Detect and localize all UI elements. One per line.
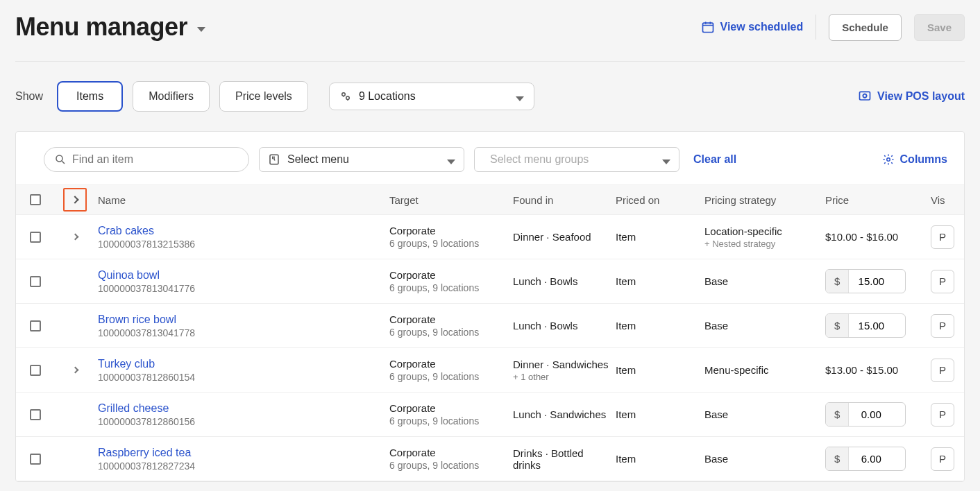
visibility-button[interactable]: P	[931, 447, 954, 471]
pricing-strategy: Base	[704, 453, 820, 465]
priced-on: Item	[613, 408, 702, 420]
target-sub: 6 groups, 9 locations	[389, 371, 507, 382]
items-card: Select menu Select menu groups Clear all…	[15, 131, 965, 482]
row-checkbox[interactable]	[30, 276, 41, 287]
select-all-checkbox[interactable]	[30, 194, 41, 205]
price-input-wrap: $	[825, 447, 906, 471]
locations-select[interactable]: 9 Locations	[329, 83, 534, 110]
col-name: Name	[95, 194, 387, 206]
pricing-strategy: Base	[704, 320, 820, 331]
row-checkbox[interactable]	[30, 365, 41, 376]
location-pin-icon	[339, 90, 352, 103]
svg-point-4	[863, 94, 867, 98]
item-name-link[interactable]: Raspberry iced tea	[98, 447, 384, 459]
priced-on: Item	[613, 231, 702, 243]
visibility-button[interactable]: P	[931, 270, 954, 293]
price-input[interactable]	[849, 270, 893, 293]
price-input[interactable]	[849, 447, 893, 470]
tab-price-levels[interactable]: Price levels	[219, 81, 308, 112]
tab-modifiers[interactable]: Modifiers	[133, 81, 210, 112]
page-title: Menu manager	[15, 12, 187, 42]
caret-down-icon	[447, 160, 455, 164]
page-title-dropdown[interactable]: Menu manager	[15, 12, 205, 42]
chevron-right-icon[interactable]	[71, 234, 78, 241]
columns-label: Columns	[900, 153, 947, 166]
view-pos-button[interactable]: View POS layout	[858, 89, 965, 103]
row-checkbox[interactable]	[30, 454, 41, 465]
row-checkbox[interactable]	[30, 232, 41, 243]
table-row: Brown rice bowl100000037813041778Corpora…	[16, 304, 964, 348]
pricing-strategy: Base	[704, 275, 820, 287]
target-sub: 6 groups, 9 locations	[389, 415, 507, 427]
strategy-sub: + Nested strategy	[704, 239, 820, 249]
chevron-right-icon[interactable]	[71, 367, 78, 374]
row-checkbox[interactable]	[30, 409, 41, 420]
price-input-wrap: $	[825, 402, 906, 427]
item-id: 100000037813215386	[98, 239, 384, 250]
visibility-button[interactable]: P	[931, 403, 954, 427]
table-header: Name Target Found in Priced on Pricing s…	[16, 184, 964, 215]
expand-all-toggle[interactable]	[63, 188, 87, 212]
priced-on: Item	[613, 453, 702, 465]
item-name-link[interactable]: Turkey club	[98, 358, 384, 370]
target: Corporate	[389, 225, 507, 236]
pricing-strategy: Menu-specific	[704, 364, 820, 376]
view-pos-label: View POS layout	[877, 90, 965, 103]
col-visibility: Vis	[928, 194, 956, 206]
currency-prefix: $	[826, 270, 849, 293]
tab-items[interactable]: Items	[57, 81, 123, 112]
select-menu[interactable]: Select menu	[259, 147, 464, 172]
svg-point-2	[346, 96, 350, 100]
columns-button[interactable]: Columns	[882, 153, 947, 166]
item-id: 100000037812860154	[98, 372, 384, 383]
visibility-button[interactable]: P	[931, 225, 954, 249]
svg-rect-3	[860, 92, 870, 100]
price-input[interactable]	[849, 403, 893, 426]
item-id: 100000037812827234	[98, 460, 384, 472]
target: Corporate	[389, 313, 507, 325]
col-found: Found in	[510, 194, 613, 206]
svg-point-7	[886, 158, 890, 162]
priced-on: Item	[613, 275, 702, 287]
found-in: Lunch · Bowls	[513, 275, 610, 287]
item-name-link[interactable]: Brown rice bowl	[98, 313, 384, 326]
select-menu-groups[interactable]: Select menu groups	[474, 147, 679, 172]
search-wrap	[44, 147, 249, 172]
gear-icon	[882, 153, 895, 166]
view-scheduled-button[interactable]: View scheduled	[701, 20, 804, 34]
pricing-strategy: Base	[704, 408, 820, 420]
row-checkbox[interactable]	[30, 320, 41, 331]
target-sub: 6 groups, 9 locations	[389, 282, 507, 293]
price-input-wrap: $	[825, 313, 906, 338]
table-row: Raspberry iced tea100000037812827234Corp…	[16, 437, 964, 481]
schedule-button[interactable]: Schedule	[829, 14, 902, 41]
item-name-link[interactable]: Grilled cheese	[98, 402, 384, 415]
item-id: 100000037813041778	[98, 327, 384, 338]
table-row: Crab cakes100000037813215386Corporate6 g…	[16, 215, 964, 259]
save-button: Save	[914, 14, 965, 41]
item-name-link[interactable]: Quinoa bowl	[98, 269, 384, 282]
search-icon	[54, 153, 67, 166]
table-row: Quinoa bowl100000037813041776Corporate6 …	[16, 259, 964, 304]
found-in: Lunch · Sandwiches	[513, 408, 610, 420]
visibility-button[interactable]: P	[931, 314, 954, 338]
col-target: Target	[387, 194, 510, 206]
price-input[interactable]	[849, 314, 893, 337]
show-label: Show	[15, 90, 43, 103]
currency-prefix: $	[826, 403, 849, 426]
svg-rect-0	[702, 23, 713, 32]
table-row: Turkey club100000037812860154Corporate6 …	[16, 348, 964, 393]
target: Corporate	[389, 269, 507, 281]
found-in: Dinner · Seafood	[513, 231, 610, 243]
item-id: 100000037812860156	[98, 416, 384, 427]
item-name-link[interactable]: Crab cakes	[98, 225, 384, 237]
caret-down-icon	[197, 27, 205, 32]
currency-prefix: $	[826, 314, 849, 337]
search-input[interactable]	[72, 153, 239, 166]
select-menu-label: Select menu	[287, 153, 447, 166]
target-sub: 6 groups, 9 locations	[389, 460, 507, 471]
item-id: 100000037813041776	[98, 283, 384, 294]
menu-icon	[268, 153, 280, 166]
clear-all-button[interactable]: Clear all	[693, 153, 736, 166]
visibility-button[interactable]: P	[931, 359, 954, 382]
